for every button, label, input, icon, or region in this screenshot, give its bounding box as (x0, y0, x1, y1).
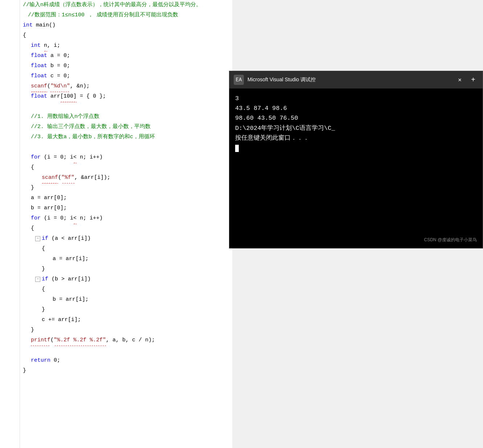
code-line: { (20, 244, 232, 254)
code-line: { (20, 163, 232, 173)
code-line: − //1. 用数组输入n个浮点数 (20, 112, 232, 122)
terminal-icon-text: EA (236, 77, 242, 83)
code-line: //2. 输出三个浮点数，最大数，最小数，平均数 (20, 122, 232, 132)
code-line: return 0; (20, 355, 232, 366)
code-line: − int main() (20, 20, 232, 30)
terminal-panel: EA Microsoft Visual Studio 调试控 ✕ + 3 43.… (229, 71, 483, 248)
var-n: n (44, 41, 47, 51)
gutter (0, 0, 20, 448)
code-line: − if (b > arr[i]) (20, 274, 232, 284)
terminal-cursor-line (235, 145, 239, 152)
code-line: − for (i = 0; i < n; i++) (20, 213, 232, 223)
code-line: } (20, 183, 232, 193)
code-editor: − //输入n科成绩（浮点数表示），统计其中的最高分，最低分以及平均分。 //数… (0, 0, 232, 448)
code-line (20, 102, 232, 112)
code-line: − //输入n科成绩（浮点数表示），统计其中的最高分，最低分以及平均分。 (20, 0, 232, 10)
code-line: − for (i = 0; i < n; i++) (20, 152, 232, 163)
terminal-icon: EA (234, 75, 244, 85)
code-line: printf ( "%.2f %.2f %.2f" , a, b, c / n)… (20, 335, 232, 345)
code-line: float arr [100] = { 0 }; (20, 91, 232, 102)
code-line: a = arr[0]; (20, 193, 232, 203)
code-line: a = arr[i]; (20, 254, 232, 264)
code-line: int n , i; (20, 41, 232, 51)
code-line: //数据范围：1≤n≤100 ， 成绩使用百分制且不可能出现负数 (20, 10, 232, 20)
code-line (20, 345, 232, 355)
code-line: scanf ( "%d\n" , &n); (20, 81, 232, 91)
code-line: { (20, 30, 232, 41)
code-line: − if (a < arr[i]) (20, 234, 232, 244)
code-line: float b = 0; (20, 61, 232, 71)
code-line: } (20, 366, 232, 376)
code-line: } (20, 305, 232, 315)
main-decl: main() (33, 20, 56, 30)
brace-open: { (23, 30, 26, 41)
code-line: float a = 0; (20, 51, 232, 61)
code-content: − //输入n科成绩（浮点数表示），统计其中的最高分，最低分以及平均分。 //数… (20, 0, 232, 448)
terminal-add-button[interactable]: + (468, 74, 478, 86)
code-line: b = arr[0]; (20, 203, 232, 213)
code-line (20, 142, 232, 152)
comment-line-2: //数据范围：1≤n≤100 ， 成绩使用百分制且不可能出现负数 (28, 10, 178, 20)
terminal-line-5: 按任意键关闭此窗口．．． (235, 133, 477, 143)
code-line: float c = 0; (20, 71, 232, 81)
terminal-line-4: D:\2024年学习计划\C语言学习\C_ (235, 123, 477, 133)
terminal-title: Microsoft Visual Studio 调试控 (247, 77, 451, 83)
keyword-int: int (23, 20, 33, 30)
code-line: //3. 最大数a，最小数b，所有数字的和c，用循环 (20, 132, 232, 142)
code-line: { (20, 223, 232, 234)
terminal-titlebar: EA Microsoft Visual Studio 调试控 ✕ + (229, 71, 483, 89)
comment-line-1: //输入n科成绩（浮点数表示），统计其中的最高分，最低分以及平均分。 (23, 0, 201, 10)
watermark: CSDN @虔诚的电子小菜鸟 (424, 237, 477, 243)
code-line: c += arr[i]; (20, 315, 232, 325)
terminal-body: 3 43.5 87.4 98.6 98.60 43.50 76.50 D:\20… (229, 89, 483, 248)
code-line: } (20, 264, 232, 274)
terminal-line-1: 3 (235, 94, 477, 103)
code-line: } (20, 325, 232, 335)
code-line: scanf ( "%f" , &arr[i]); (20, 173, 232, 183)
code-line: { (20, 284, 232, 295)
terminal-close-button[interactable]: ✕ (455, 75, 464, 85)
code-line: b = arr[i]; (20, 295, 232, 305)
terminal-line-2: 43.5 87.4 98.6 (235, 103, 477, 113)
terminal-line-3: 98.60 43.50 76.50 (235, 113, 477, 123)
